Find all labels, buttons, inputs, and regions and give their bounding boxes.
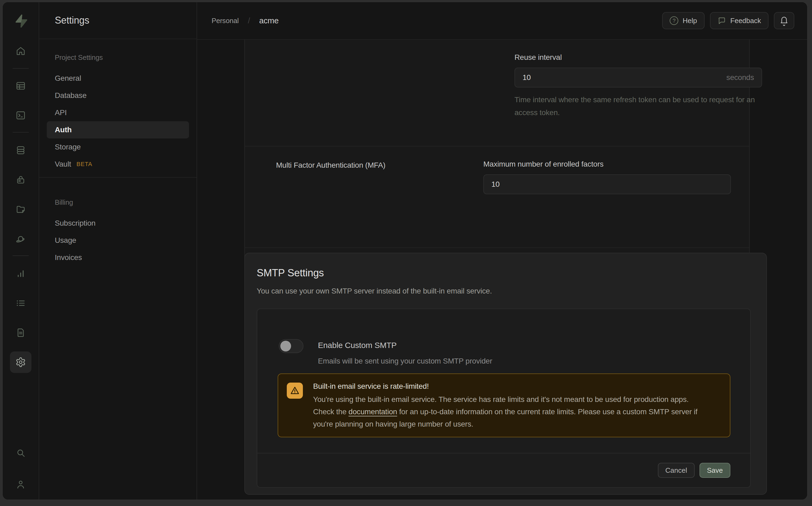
help-button[interactable]: ? Help — [662, 12, 704, 29]
main-area: Personal / acme ? Help Feedback — [197, 2, 807, 500]
reuse-interval-input[interactable]: 10 seconds — [514, 68, 762, 87]
smtp-save-button[interactable]: Save — [699, 463, 730, 478]
rail-orbit-button[interactable] — [10, 228, 31, 250]
breadcrumb-separator: / — [248, 16, 250, 25]
smtp-card: Enable Custom SMTP Emails will be sent u… — [257, 309, 751, 488]
rail-api-docs-button[interactable] — [10, 322, 31, 343]
page-title: Settings — [55, 15, 89, 26]
smtp-cancel-button[interactable]: Cancel — [658, 463, 695, 478]
reuse-interval-label: Reuse interval — [514, 53, 749, 64]
settings-sidebar: Settings Project Settings General Databa… — [39, 2, 197, 500]
rail-search-button[interactable] — [10, 442, 31, 463]
sidebar-item-subscription[interactable]: Subscription — [39, 215, 197, 232]
database-icon — [15, 145, 26, 156]
rail-reports-button[interactable] — [10, 263, 31, 284]
mfa-field-label: Maximum number of enrolled factors — [483, 160, 731, 171]
mfa-max-factors-input[interactable]: 10 — [483, 174, 731, 194]
sidebar-item-invoices[interactable]: Invoices — [39, 249, 197, 266]
sidebar-item-api[interactable]: API — [39, 104, 197, 121]
feedback-bubble-icon — [718, 16, 726, 25]
reports-bars-icon — [15, 268, 26, 279]
profile-icon — [15, 479, 26, 490]
sidebar-item-database[interactable]: Database — [39, 87, 197, 104]
storage-folder-icon — [15, 204, 26, 215]
home-icon — [15, 46, 26, 56]
rail-divider — [13, 132, 29, 133]
supabase-logo-icon — [14, 14, 28, 28]
sidebar-item-storage[interactable]: Storage — [39, 139, 197, 156]
auth-lock-icon — [15, 174, 26, 185]
app-window: Settings Project Settings General Databa… — [2, 2, 808, 500]
settings-gear-icon — [15, 357, 26, 367]
smtp-subtitle: You can use your own SMTP server instead… — [245, 279, 766, 296]
sidebar-item-vault[interactable]: Vault BETA — [39, 156, 197, 173]
sidebar-header: Settings — [39, 2, 197, 39]
notifications-bell-icon — [779, 15, 789, 26]
mfa-section-label: Multi Factor Authentication (MFA) — [276, 160, 483, 194]
rail-profile-button[interactable] — [10, 474, 31, 495]
warning-body: You're using the built-in email service.… — [313, 393, 708, 430]
section-header-billing: Billing — [39, 197, 197, 208]
logs-list-icon — [15, 298, 26, 309]
notifications-button[interactable] — [774, 12, 794, 29]
smtp-settings-panel: SMTP Settings You can use your own SMTP … — [244, 253, 767, 495]
rate-limit-warning: Built-in email service is rate-limited! … — [278, 373, 730, 437]
rail-settings-button[interactable] — [10, 351, 31, 373]
rail-home-button[interactable] — [10, 40, 31, 62]
breadcrumb-org[interactable]: Personal — [212, 17, 239, 25]
rail-table-editor-button[interactable] — [10, 75, 31, 97]
help-circle-icon: ? — [670, 16, 678, 25]
toggle-knob — [280, 341, 291, 351]
rail-auth-button[interactable] — [10, 169, 31, 190]
table-editor-icon — [15, 81, 26, 91]
sidebar-item-general[interactable]: General — [39, 70, 197, 87]
smtp-footer: Cancel Save — [257, 453, 750, 487]
reuse-interval-unit: seconds — [726, 73, 754, 82]
sidebar-divider — [39, 177, 197, 178]
section-header-project-settings: Project Settings — [39, 52, 197, 63]
alert-triangle-icon — [287, 383, 303, 399]
sidebar-item-usage[interactable]: Usage — [39, 232, 197, 249]
icon-rail — [3, 2, 39, 500]
sidebar-item-auth[interactable]: Auth — [47, 121, 189, 139]
sql-editor-icon — [15, 110, 26, 121]
rail-sql-editor-button[interactable] — [10, 105, 31, 126]
reuse-interval-help: Time interval where the same refresh tok… — [514, 93, 767, 119]
token-sessions-card: Reuse interval 10 seconds Time interval … — [244, 40, 750, 279]
api-docs-file-icon — [15, 327, 26, 338]
enable-custom-smtp-toggle[interactable] — [279, 339, 303, 353]
feedback-button[interactable]: Feedback — [710, 12, 768, 29]
smtp-title: SMTP Settings — [245, 253, 766, 279]
rail-logs-button[interactable] — [10, 292, 31, 314]
enable-custom-smtp-label: Enable Custom SMTP — [318, 339, 492, 350]
orbit-icon — [15, 233, 26, 244]
warning-title: Built-in email service is rate-limited! — [313, 381, 708, 392]
beta-badge: BETA — [77, 161, 92, 168]
topbar: Personal / acme ? Help Feedback — [197, 2, 807, 40]
documentation-link[interactable]: documentation — [349, 408, 397, 416]
supabase-logo-button[interactable] — [10, 13, 31, 29]
rail-divider — [13, 68, 29, 69]
rail-storage-button[interactable] — [10, 198, 31, 220]
enable-custom-smtp-description: Emails will be sent using your custom SM… — [318, 357, 492, 365]
sidebar-nav: Project Settings General Database API Au… — [39, 39, 197, 266]
breadcrumb-project[interactable]: acme — [259, 16, 279, 25]
rail-divider — [13, 255, 29, 256]
supabase-dashboard: Settings Project Settings General Databa… — [0, 0, 812, 506]
settings-scroll-area[interactable]: Reuse interval 10 seconds Time interval … — [197, 40, 807, 500]
rail-database-button[interactable] — [10, 140, 31, 161]
search-icon — [15, 447, 26, 458]
